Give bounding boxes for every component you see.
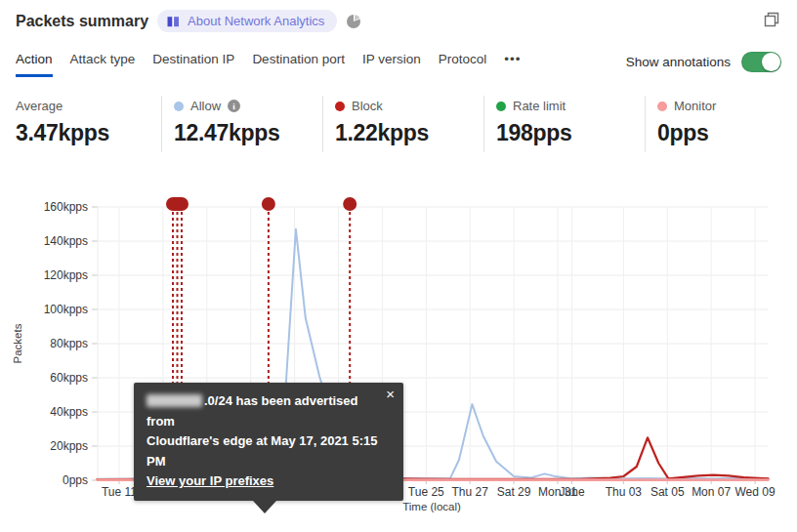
info-icon[interactable]: i: [228, 100, 240, 112]
tabs: ActionAttack typeDestination IPDestinati…: [16, 52, 504, 77]
stat-label-text: Monitor: [674, 99, 716, 113]
stat-label-text: Block: [352, 99, 383, 113]
view-ip-prefixes-link[interactable]: View your IP prefixes: [147, 473, 273, 488]
y-tick-label: 60kpps: [50, 371, 88, 385]
tab-destination-port[interactable]: Destination port: [252, 52, 345, 77]
y-tick-label: 40kpps: [50, 405, 88, 419]
y-tick-label: 20kpps: [50, 439, 88, 453]
x-tick-label: Tue 25: [408, 485, 444, 499]
y-tick-label: 160kpps: [44, 200, 88, 214]
stats-row: Average3.47kppsAllowi12.47kppsBlock1.22k…: [16, 96, 797, 152]
monitor-legend-dot: [657, 102, 667, 111]
badge-label: About Network Analytics: [188, 14, 324, 28]
annotation-marker[interactable]: [343, 197, 357, 211]
annotation-marker[interactable]: [262, 197, 275, 211]
stat-label-row: Monitor: [657, 99, 797, 113]
x-tick-label: Sat 29: [497, 485, 531, 499]
stat-value: 3.47kpps: [16, 120, 161, 146]
stat-label-row: Rate limit: [496, 99, 645, 113]
y-tick-label: 80kpps: [50, 337, 88, 350]
allow-legend-dot: [174, 102, 184, 111]
tooltip-link-row: View your IP prefixes: [147, 471, 378, 492]
stat-value: 1.22kpps: [335, 120, 483, 146]
pie-progress-icon[interactable]: [346, 14, 361, 29]
stat-label-text: Average: [16, 99, 63, 113]
y-axis-title: Packets: [12, 323, 23, 363]
y-tick-label: 0pps: [63, 473, 88, 487]
page-title: Packets summary: [16, 13, 148, 30]
x-tick-label: June: [560, 485, 585, 499]
stat-value: 0pps: [657, 120, 797, 146]
stat-label-text: Allow: [190, 99, 221, 113]
stat-label-text: Rate limit: [513, 99, 566, 113]
show-annotations-control: Show annotations: [626, 52, 781, 72]
show-annotations-toggle[interactable]: [741, 52, 781, 72]
tab-attack-type[interactable]: Attack type: [70, 52, 136, 77]
tooltip-line2: Cloudflare's edge at May 17, 2021 5:15 P…: [147, 431, 378, 471]
tooltip-arrow: [253, 501, 276, 513]
stat-monitor: Monitor0pps: [645, 96, 797, 152]
x-tick-label: Sat 05: [650, 485, 685, 499]
annotation-cluster-marker[interactable]: [166, 197, 189, 211]
y-tick-label: 100kpps: [44, 303, 88, 316]
x-axis-title: Time (local): [402, 501, 461, 512]
x-tick-label: Thu 27: [452, 485, 489, 499]
stat-label-row: Block: [335, 99, 483, 113]
y-tick-label: 140kpps: [44, 234, 88, 248]
annotation-tooltip: × .0/24 has been advertised from Cloudfl…: [134, 383, 403, 501]
copy-icon[interactable]: [764, 12, 779, 27]
x-tick-label: Mon 07: [692, 485, 731, 499]
x-tick-label: Tue 11: [102, 485, 137, 499]
show-annotations-label: Show annotations: [626, 55, 731, 69]
rate-limit-legend-dot: [496, 102, 506, 111]
stat-allow: Allowi12.47kpps: [161, 96, 322, 152]
tab-ip-version[interactable]: IP version: [362, 52, 421, 77]
about-network-analytics-badge[interactable]: About Network Analytics: [157, 10, 337, 32]
block-legend-dot: [335, 102, 345, 111]
more-tabs-button[interactable]: •••: [504, 52, 521, 74]
redacted-ip-prefix: [147, 394, 202, 407]
x-tick-label: Wed 09: [734, 485, 775, 499]
stat-label-row: Average: [16, 99, 161, 113]
tooltip-close-icon[interactable]: ×: [386, 386, 395, 403]
y-tick-label: 120kpps: [44, 268, 88, 282]
tab-action[interactable]: Action: [16, 52, 53, 77]
stat-block: Block1.22kpps: [322, 96, 483, 152]
toggle-knob: [762, 53, 780, 71]
tooltip-line1: .0/24 has been advertised from: [147, 391, 378, 431]
header: Packets summary About Network Analytics: [16, 10, 361, 32]
tab-protocol[interactable]: Protocol: [439, 52, 487, 77]
stat-label-row: Allowi: [174, 99, 322, 113]
stat-value: 198pps: [496, 120, 645, 146]
book-icon: [166, 15, 181, 28]
tab-bar: ActionAttack typeDestination IPDestinati…: [16, 52, 781, 77]
stat-value: 12.47kpps: [174, 120, 322, 146]
stat-rate-limit: Rate limit198pps: [483, 96, 645, 152]
tab-destination-ip[interactable]: Destination IP: [152, 52, 234, 77]
x-tick-label: Thu 03: [606, 485, 643, 499]
stat-average: Average3.47kpps: [16, 96, 161, 152]
